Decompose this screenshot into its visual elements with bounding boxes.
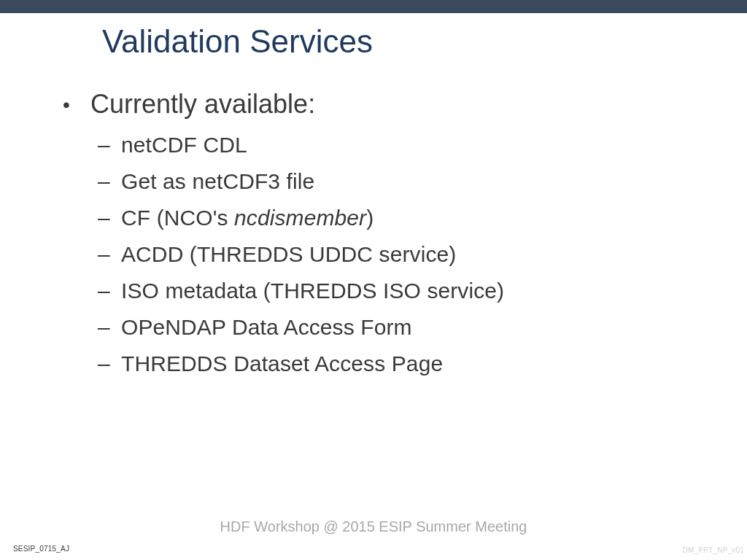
- list-item-text: netCDF CDL: [121, 133, 247, 158]
- dash-marker: –: [98, 133, 121, 158]
- footer-left: SESIP_0715_AJ: [13, 545, 69, 553]
- list-item-text: ACDD (THREDDS UDDC service): [121, 242, 456, 267]
- list-item: – THREDDS Dataset Access Page: [98, 351, 747, 376]
- dash-marker: –: [98, 279, 121, 303]
- bullet-marker: •: [63, 95, 90, 115]
- dash-marker: –: [98, 315, 121, 340]
- slide-top-bar: [0, 0, 747, 13]
- italic-text: ncdismember: [234, 206, 366, 230]
- list-item-text: ISO metadata (THREDDS ISO service): [121, 279, 504, 303]
- slide-content: • Currently available: – netCDF CDL – Ge…: [63, 89, 747, 376]
- list-item: – Get as netCDF3 file: [98, 169, 747, 194]
- list-item: – netCDF CDL: [98, 133, 747, 158]
- list-item-text: CF (NCO's ncdismember): [121, 206, 374, 230]
- main-bullet-text: Currently available:: [90, 89, 315, 120]
- dash-marker: –: [98, 206, 121, 230]
- text-span: ): [366, 206, 374, 230]
- dash-marker: –: [98, 351, 121, 376]
- list-item: – ACDD (THREDDS UDDC service): [98, 242, 747, 267]
- dash-marker: –: [98, 169, 121, 194]
- footer-center: HDF Workshop @ 2015 ESIP Summer Meeting: [0, 518, 747, 535]
- slide-title: Validation Services: [102, 23, 747, 60]
- list-item: – ISO metadata (THREDDS ISO service): [98, 279, 747, 303]
- list-item-text: THREDDS Dataset Access Page: [121, 351, 443, 376]
- text-span: CF (NCO's: [121, 206, 234, 230]
- footer-right: DM_PPT_NP_v01: [683, 546, 744, 554]
- list-item: – OPeNDAP Data Access Form: [98, 315, 747, 340]
- main-bullet: • Currently available:: [63, 89, 747, 120]
- sub-list: – netCDF CDL – Get as netCDF3 file – CF …: [98, 133, 747, 376]
- list-item: – CF (NCO's ncdismember): [98, 206, 747, 230]
- list-item-text: OPeNDAP Data Access Form: [121, 315, 412, 340]
- dash-marker: –: [98, 242, 121, 267]
- list-item-text: Get as netCDF3 file: [121, 169, 314, 194]
